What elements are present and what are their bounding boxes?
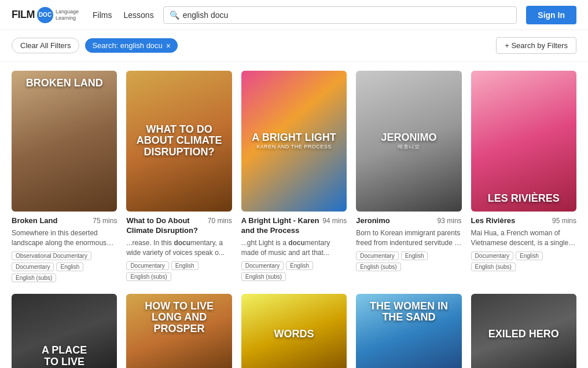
film-title: What to Do About Climate Disruption? (126, 216, 207, 236)
film-tags: DocumentaryEnglishEnglish (subs) (356, 252, 461, 271)
film-tags: DocumentaryEnglishEnglish (subs) (126, 261, 231, 281)
poster-subtitle-text: 레호니모 (359, 145, 458, 151)
film-tag[interactable]: Observational Documentary (12, 252, 91, 260)
logo-film-text: FILM (12, 9, 35, 21)
film-tag[interactable]: Documentary (356, 252, 398, 260)
film-tag[interactable]: English (516, 252, 543, 260)
nav-films[interactable]: Films (93, 10, 112, 20)
film-description: ...ght Light is a documentary made of mu… (241, 238, 347, 258)
logo-lang-text: LanguageLearning (56, 9, 79, 21)
film-card[interactable]: How to Live Long And Prosper (126, 294, 231, 368)
film-title: Les Rivières (471, 216, 552, 226)
film-poster: LES RIVIÈRES (471, 71, 576, 212)
film-description: Born to Korean immigrant parents freed f… (356, 228, 461, 248)
film-tag[interactable]: Documentary (241, 261, 284, 270)
film-tag[interactable]: Documentary (126, 261, 168, 270)
search-bar: 🔍 (163, 6, 517, 24)
poster-subtitle-text: KAREN AND THE PROCESS (245, 145, 343, 151)
poster-title-text: WORDS (245, 329, 343, 340)
film-duration: 70 mins (208, 217, 232, 225)
film-tags: DocumentaryEnglishEnglish (subs) (241, 261, 347, 281)
film-poster: A PLACETO LIVE (12, 294, 117, 368)
search-input[interactable] (183, 10, 511, 20)
film-info-row: What to Do About Climate Disruption?70 m… (126, 216, 231, 236)
film-title: A Bright Light - Karen and the Process (241, 216, 322, 236)
film-tag[interactable]: English (subs) (12, 274, 56, 282)
remove-filter-button[interactable]: × (166, 42, 171, 50)
film-card[interactable]: WORDS (241, 294, 347, 368)
nav-lessons[interactable]: Lessons (123, 10, 153, 20)
film-info-row: Les Rivières95 mins (471, 216, 576, 226)
film-card[interactable]: A PLACETO LIVE (12, 294, 117, 368)
main-content: BROKEN LANDBroken Land75 minsSomewhere i… (0, 61, 588, 368)
filter-left: Clear All Filters Search: english docu × (12, 38, 178, 53)
film-card[interactable]: JERONIMO레호니모Jeronimo93 minsBorn to Korea… (356, 71, 461, 282)
poster-title-text: LES RIVIÈRES (475, 193, 573, 205)
film-title: Broken Land (12, 216, 93, 226)
search-by-filters-button[interactable]: + Search by Filters (496, 37, 576, 54)
film-description: Mai Hua, a French woman of Vietnamese de… (471, 228, 576, 248)
film-title: Jeronimo (356, 216, 437, 226)
film-tag[interactable]: English (56, 263, 83, 271)
film-card[interactable]: WHAT TO DO ABOUT CLIMATE DISRUPTION?What… (126, 71, 231, 282)
sign-in-button[interactable]: Sign In (526, 6, 576, 24)
film-tag[interactable]: English (subs) (241, 272, 286, 281)
poster-title-text: A BRIGHT LIGHTKAREN AND THE PROCESS (245, 132, 343, 151)
poster-title-text: BROKEN LAND (15, 78, 113, 89)
active-filter-label: Search: english docu (92, 41, 162, 50)
active-filter-badge: Search: english docu × (85, 38, 178, 53)
film-tag[interactable]: English (subs) (356, 263, 400, 271)
film-info-row: Jeronimo93 mins (356, 216, 461, 226)
film-tags: DocumentaryEnglishEnglish (subs) (471, 252, 576, 271)
film-card[interactable]: BROKEN LANDBroken Land75 minsSomewhere i… (12, 71, 117, 282)
film-tag[interactable]: English (171, 261, 199, 270)
poster-title-text: THE WOMEN IN THE SAND (359, 301, 458, 324)
film-poster: WHAT TO DO ABOUT CLIMATE DISRUPTION? (126, 71, 231, 212)
film-grid: BROKEN LANDBroken Land75 minsSomewhere i… (12, 71, 576, 368)
poster-title-text: A PLACETO LIVE (15, 345, 113, 368)
header: FILM DOC LanguageLearning Films Lessons … (0, 0, 588, 30)
film-info-row: A Bright Light - Karen and the Process94… (241, 216, 347, 236)
film-description: Somewhere in this deserted landscape alo… (12, 228, 117, 248)
film-tag[interactable]: English (286, 261, 313, 270)
filter-bar: Clear All Filters Search: english docu ×… (0, 30, 588, 61)
poster-title-text: JERONIMO레호니모 (359, 132, 458, 151)
film-duration: 93 mins (438, 217, 462, 225)
logo[interactable]: FILM DOC LanguageLearning (12, 7, 79, 23)
film-poster: WORDS (241, 294, 347, 368)
film-info-row: Broken Land75 mins (12, 216, 117, 226)
film-card[interactable]: LES RIVIÈRESLes Rivières95 minsMai Hua, … (471, 71, 576, 282)
film-duration: 94 mins (322, 217, 347, 225)
film-poster: BROKEN LAND (12, 71, 117, 212)
poster-title-text: How to Live Long And Prosper (130, 301, 228, 335)
film-tag[interactable]: English (401, 252, 428, 260)
film-duration: 75 mins (93, 217, 117, 225)
film-tags: Observational DocumentaryDocumentaryEngl… (12, 252, 117, 282)
film-tag[interactable]: Documentary (12, 263, 54, 271)
film-poster: THE WOMEN IN THE SAND (356, 294, 461, 368)
film-card[interactable]: THE WOMEN IN THE SAND (356, 294, 461, 368)
film-tag[interactable]: English (subs) (471, 263, 516, 271)
film-tag[interactable]: English (subs) (126, 272, 171, 281)
film-poster: Exiled Hero (471, 294, 576, 368)
film-poster: A BRIGHT LIGHTKAREN AND THE PROCESS (241, 71, 347, 212)
main-nav: Films Lessons (93, 10, 154, 20)
poster-title-text: WHAT TO DO ABOUT CLIMATE DISRUPTION? (130, 124, 228, 158)
film-card[interactable]: Exiled Hero (471, 294, 576, 368)
search-icon: 🔍 (170, 10, 179, 20)
clear-all-filters-button[interactable]: Clear All Filters (12, 38, 79, 53)
logo-doc-circle: DOC (37, 7, 53, 23)
film-poster: How to Live Long And Prosper (126, 294, 231, 368)
poster-title-text: Exiled Hero (475, 329, 573, 340)
film-duration: 95 mins (552, 217, 576, 225)
film-description: ...rease. In this documentary, a wide va… (126, 238, 231, 258)
film-card[interactable]: A BRIGHT LIGHTKAREN AND THE PROCESSA Bri… (241, 71, 347, 282)
film-tag[interactable]: Documentary (471, 252, 513, 260)
film-poster: JERONIMO레호니모 (356, 71, 461, 212)
